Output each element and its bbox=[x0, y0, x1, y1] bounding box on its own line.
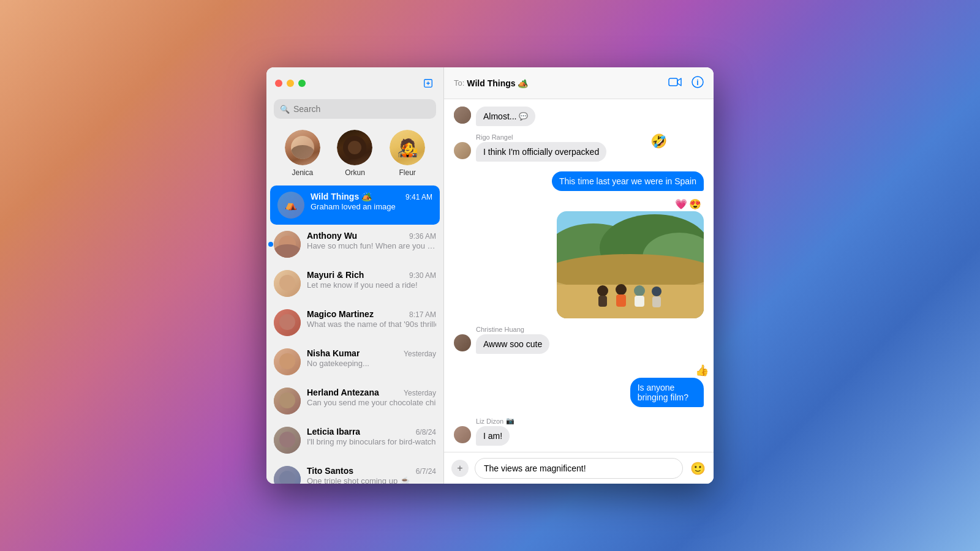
conversation-list: ⛺ Wild Things 🏕️ 9:41 AM Graham loved an… bbox=[266, 186, 443, 484]
svg-rect-5 bbox=[669, 78, 677, 86]
rigo-emoji-sticker: 🤣 bbox=[650, 133, 667, 149]
conv-name-wild-things: Wild Things 🏕️ bbox=[311, 192, 372, 201]
conv-name-nisha: Nisha Kumar bbox=[307, 348, 360, 358]
chat-area: To: Wild Things 🏕️ i bbox=[444, 67, 714, 484]
bubble-liz: I am! bbox=[476, 426, 510, 446]
conv-avatar-nisha bbox=[274, 348, 301, 375]
conv-content-nisha: Nisha Kumar Yesterday No gatekeeping... bbox=[307, 348, 436, 368]
conv-content-wu: Anthony Wu 9:36 AM Have so much fun! Whe… bbox=[307, 231, 436, 250]
conv-preview-tito: One triple shot coming up ☕ bbox=[307, 476, 436, 484]
message-row-rigo: I think I'm officially overpacked 🤣 bbox=[454, 142, 704, 162]
conv-time-tito: 6/7/24 bbox=[416, 467, 436, 476]
bubble-christine: Awww soo cute bbox=[476, 334, 549, 354]
sender-liz: Liz Dizon 📷 bbox=[476, 417, 704, 425]
pinned-contacts: Jenica Orkun 🧑‍🎤 Fleu bbox=[266, 125, 443, 186]
pinned-name-jenica: Jenica bbox=[292, 168, 313, 177]
conv-avatar-herland bbox=[274, 388, 301, 414]
search-input[interactable] bbox=[293, 104, 430, 114]
conversation-magico[interactable]: Magico Martinez 8:17 AM What was the nam… bbox=[266, 303, 443, 342]
pinned-contact-fleur[interactable]: 🧑‍🎤 Fleur bbox=[390, 130, 425, 177]
conversation-tito[interactable]: Tito Santos 6/7/24 One triple shot comin… bbox=[266, 460, 443, 484]
svg-rect-16 bbox=[598, 296, 607, 307]
add-attachment-button[interactable]: + bbox=[451, 460, 469, 477]
sender-rigo: Rigo Rangel bbox=[476, 133, 704, 141]
compose-button[interactable] bbox=[421, 77, 435, 90]
avatar-jenica bbox=[285, 130, 320, 165]
msg-avatar-rigo bbox=[454, 142, 471, 159]
svg-point-17 bbox=[616, 284, 627, 295]
conv-preview-magico: What was the name of that '90s thriller … bbox=[307, 320, 436, 330]
message-row-christine: Awww soo cute bbox=[454, 334, 704, 354]
chat-image[interactable] bbox=[557, 211, 704, 318]
conv-preview-wu: Have so much fun! When are you back? bbox=[307, 241, 436, 250]
svg-text:⛺: ⛺ bbox=[285, 199, 297, 211]
conv-name-magico: Magico Martinez bbox=[307, 309, 374, 319]
msg-avatar-christine bbox=[454, 334, 471, 351]
conv-time-magico: 8:17 AM bbox=[409, 310, 436, 319]
bubble-almost: Almost... 💬 bbox=[476, 107, 535, 126]
titlebar bbox=[266, 67, 443, 99]
conv-preview-herland: Can you send me your chocolate chip cook… bbox=[307, 398, 436, 408]
message-group-rigo: Rigo Rangel I think I'm officially overp… bbox=[454, 133, 704, 162]
conv-avatar-wu bbox=[274, 231, 301, 258]
pinned-name-orkun: Orkun bbox=[345, 168, 365, 177]
msg-avatar-almost bbox=[454, 107, 471, 124]
message-row-spain: This time last year we were in Spain bbox=[454, 171, 704, 191]
minimize-button[interactable] bbox=[287, 80, 294, 87]
svg-point-19 bbox=[634, 285, 645, 296]
emoji-button[interactable]: 🙂 bbox=[689, 460, 706, 477]
sidebar: 🔍 Jenica bbox=[266, 67, 444, 484]
conversation-wild-things[interactable]: ⛺ Wild Things 🏕️ 9:41 AM Graham loved an… bbox=[270, 186, 440, 225]
video-icon[interactable] bbox=[668, 77, 682, 89]
pinned-contact-orkun[interactable]: Orkun bbox=[337, 130, 372, 177]
message-row-liz: I am! bbox=[454, 426, 704, 446]
conv-preview-wild-things: Graham loved an image bbox=[311, 202, 432, 211]
reactions: 💗 😍 bbox=[675, 198, 701, 210]
search-bar[interactable]: 🔍 bbox=[274, 99, 436, 119]
msg-avatar-liz bbox=[454, 426, 471, 443]
conv-time-mayuri: 9:30 AM bbox=[409, 271, 436, 280]
conv-content-leticia: Leticia Ibarra 6/8/24 I'll bring my bino… bbox=[307, 427, 436, 448]
app-window: 🔍 Jenica bbox=[266, 67, 714, 484]
sender-christine: Christine Huang bbox=[476, 326, 704, 333]
maximize-button[interactable] bbox=[298, 80, 306, 87]
conv-content-magico: Magico Martinez 8:17 AM What was the nam… bbox=[307, 309, 436, 330]
to-label: To: bbox=[454, 78, 464, 88]
reaction-heart: 💗 bbox=[675, 198, 687, 210]
conv-name-wu: Anthony Wu bbox=[307, 231, 357, 241]
chat-title: Wild Things 🏕️ bbox=[467, 78, 528, 88]
info-icon[interactable]: i bbox=[692, 76, 704, 91]
message-group-christine: Christine Huang Awww soo cute bbox=[454, 326, 704, 354]
message-row-almost: Almost... 💬 bbox=[454, 107, 704, 126]
input-area: + 🙂 bbox=[444, 452, 714, 484]
bubble-film: Is anyone bringing film? bbox=[630, 378, 704, 407]
conversation-leticia[interactable]: Leticia Ibarra 6/8/24 I'll bring my bino… bbox=[266, 421, 443, 460]
pinned-contact-jenica[interactable]: Jenica bbox=[285, 130, 320, 177]
conversation-mayuri[interactable]: Mayuri & Rich 9:30 AM Let me know if you… bbox=[266, 264, 443, 303]
conversation-herland[interactable]: Herland Antezana Yesterday Can you send … bbox=[266, 381, 443, 421]
conv-time-leticia: 6/8/24 bbox=[416, 428, 436, 437]
conv-time-nisha: Yesterday bbox=[404, 350, 436, 358]
bubble-spain: This time last year we were in Spain bbox=[552, 171, 704, 191]
message-group-liz: Liz Dizon 📷 I am! bbox=[454, 417, 704, 446]
messages-container: Almost... 💬 Rigo Rangel I think I'm offi… bbox=[444, 99, 714, 452]
pinned-name-fleur: Fleur bbox=[399, 168, 415, 177]
svg-rect-22 bbox=[652, 296, 661, 307]
close-button[interactable] bbox=[275, 80, 282, 87]
message-input[interactable] bbox=[475, 458, 683, 479]
conversation-nisha[interactable]: Nisha Kumar Yesterday No gatekeeping... bbox=[266, 342, 443, 381]
svg-rect-14 bbox=[557, 285, 704, 318]
svg-rect-18 bbox=[616, 294, 626, 307]
avatar-orkun bbox=[337, 130, 372, 165]
avatar-fleur: 🧑‍🎤 bbox=[390, 130, 425, 165]
svg-text:i: i bbox=[696, 78, 698, 87]
reaction-eyes: 😍 bbox=[689, 198, 701, 210]
conv-content-tito: Tito Santos 6/7/24 One triple shot comin… bbox=[307, 466, 436, 484]
conv-content-mayuri: Mayuri & Rich 9:30 AM Let me know if you… bbox=[307, 270, 436, 290]
conv-content-herland: Herland Antezana Yesterday Can you send … bbox=[307, 388, 436, 408]
conversation-anthony-wu[interactable]: Anthony Wu 9:36 AM Have so much fun! Whe… bbox=[266, 225, 443, 264]
chat-header: To: Wild Things 🏕️ i bbox=[444, 67, 714, 99]
search-icon: 🔍 bbox=[280, 105, 290, 114]
conv-avatar-mayuri bbox=[274, 270, 301, 297]
conv-avatar-magico bbox=[274, 309, 301, 336]
